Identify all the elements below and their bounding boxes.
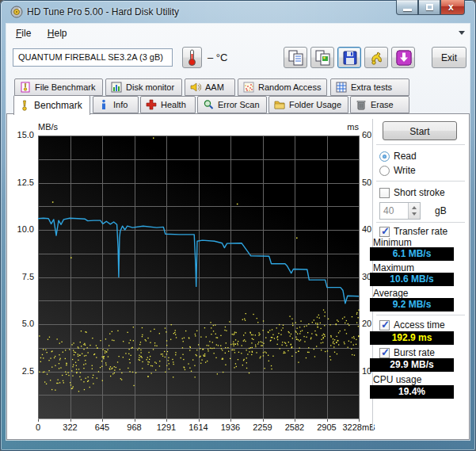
tab-file-benchmark[interactable]: File Benchmark [14,78,103,96]
transfer-rate-label: Transfer rate [394,226,447,237]
tab-label: Extra tests [351,82,392,92]
tab-erase[interactable]: Erase [350,96,409,113]
spinner-buttons[interactable] [408,203,420,219]
access-time-value: 192.9 ms [370,331,454,345]
copy-text-icon [288,50,305,67]
separator [376,315,465,315]
short-stroke-label: Short stroke [394,187,445,198]
file-benchmark-icon [20,82,31,93]
tab-disk-monitor[interactable]: Disk monitor [105,78,182,96]
copy-text-button[interactable] [284,47,307,68]
save-button[interactable] [337,47,361,68]
access-time-checkbox[interactable] [379,320,390,331]
read-label: Read [394,151,417,162]
y-axis-tick-right: 60 [362,130,381,140]
short-stroke-checkbox[interactable] [379,188,390,198]
separator [376,144,465,145]
options-icon [368,50,386,67]
read-radio-row[interactable]: Read [379,151,417,162]
tab-aam[interactable]: AAM [185,78,235,96]
tab-label: Benchmark [34,100,82,111]
burst-rate-label: Burst rate [394,347,435,358]
temperature-button[interactable] [182,47,202,68]
y-axis-tick-left: 12.5 [7,178,34,187]
health-icon [146,99,157,110]
update-button[interactable] [391,47,415,68]
minimize-icon [403,9,412,11]
cpu-usage-label: CPU usage [373,374,421,385]
write-label: Write [394,165,416,176]
benchmark-chart [38,136,359,419]
maximum-value: 10.6 MB/s [370,273,454,286]
y-axis-tick-left: 10.0 [7,224,34,234]
y-axis-tick-left: 5.0 [7,319,34,328]
aam-icon [190,82,201,93]
separator [376,222,465,223]
y-axis-tick-left: 15.0 [7,130,34,140]
benchmark-page: MB/s ms 15.012.510.07.55.02.560504030201… [6,113,470,440]
average-value: 9.2 MB/s [370,298,454,311]
y-axis-right-unit: ms [335,122,359,132]
burst-rate-checkbox[interactable] [379,348,390,358]
y-axis-tick-left: 7.5 [7,272,34,281]
drive-selector[interactable]: QUANTUM FIREBALL SE3.2A (3 gB) [13,48,173,67]
minimize-button[interactable] [396,0,418,15]
tab-folder-usage[interactable]: Folder Usage [268,96,348,113]
thermometer-icon [183,48,201,67]
spinner-value: 40 [383,205,394,216]
tab-health[interactable]: Health [140,96,196,113]
options-button[interactable] [364,47,388,68]
erase-icon [356,99,367,110]
spin-down-icon[interactable] [412,212,417,216]
tab-label: Health [161,100,186,109]
client-area: File Help QUANTUM FIREBALL SE3.2A (3 gB)… [6,24,470,440]
transfer-rate-checkbox[interactable] [379,227,390,237]
title-bar[interactable]: HD Tune Pro 5.00 - Hard Disk Utility x [0,0,476,24]
read-radio[interactable] [379,151,390,162]
tab-error-scan[interactable]: Error Scan [197,96,267,113]
tab-info[interactable]: Info [93,96,139,113]
cpu-usage-value: 19.4% [370,385,454,399]
exit-button[interactable]: Exit [432,47,466,68]
access-time-row[interactable]: Access time [379,319,445,331]
menu-help[interactable]: Help [41,24,74,42]
short-stroke-size-spinner[interactable]: 40 [379,202,421,220]
tab-random-access[interactable]: Random Access [238,78,327,96]
tab-label: Erase [371,100,394,109]
copy-image-button[interactable] [310,47,334,68]
burst-rate-row[interactable]: Burst rate [379,347,435,358]
tab-label: Info [113,100,128,109]
write-radio[interactable] [379,166,390,176]
access-time-label: Access time [394,319,445,331]
app-icon [10,6,23,18]
chevron-down-icon[interactable] [459,31,465,35]
gb-unit-label: gB [435,205,447,216]
error-scan-icon [203,99,214,110]
start-button[interactable]: Start [383,121,457,140]
separator [376,181,465,182]
minimum-value: 6.1 MB/s [370,247,454,261]
window-controls: x [396,0,465,15]
benchmark-icon [19,100,30,111]
maximize-button[interactable] [418,0,440,15]
tab-benchmark[interactable]: Benchmark [13,95,90,115]
burst-rate-value: 29.9 MB/s [370,358,454,372]
app-window: HD Tune Pro 5.00 - Hard Disk Utility x F… [0,0,476,451]
save-icon [341,50,359,67]
temperature-value: – °C [208,52,227,63]
close-button[interactable]: x [440,0,465,15]
extra-tests-icon [336,82,347,93]
tab-label: File Benchmark [35,82,95,92]
menu-file[interactable]: File [10,24,37,42]
maximize-icon [426,4,433,10]
close-icon: x [448,2,454,13]
tab-label: Folder Usage [289,100,341,109]
tab-label: Error Scan [218,100,260,109]
tab-extra-tests[interactable]: Extra tests [330,78,409,96]
write-radio-row[interactable]: Write [379,165,416,176]
transfer-rate-row[interactable]: Transfer rate [379,226,447,237]
short-stroke-row[interactable]: Short stroke [379,187,445,198]
spin-up-icon[interactable] [412,206,417,209]
average-label: Average [373,288,408,299]
copy-image-icon [314,50,332,67]
